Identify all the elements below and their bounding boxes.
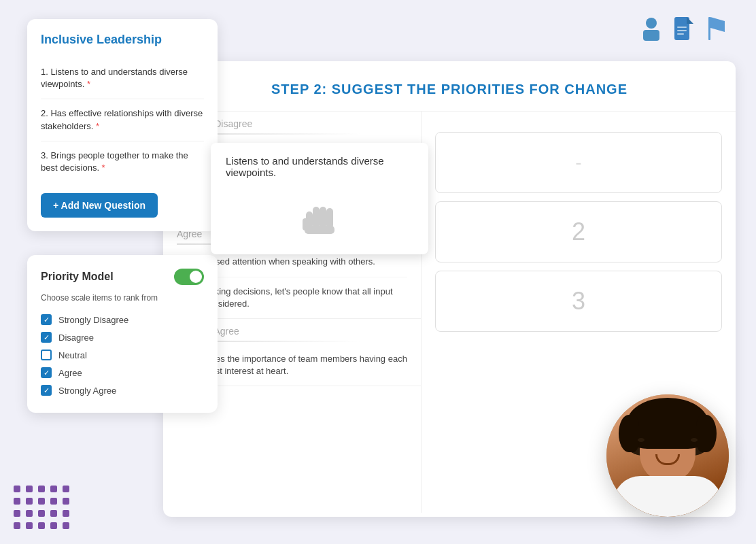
priority-model-toggle[interactable] xyxy=(174,269,204,285)
checkbox-label-neutral: Neutral xyxy=(58,350,87,360)
tooltip-text: Listens to and understands diverse viewp… xyxy=(226,155,413,178)
il-card: Inclusive Leadership 1. Listens to and u… xyxy=(27,19,218,231)
document-icon[interactable] xyxy=(672,15,696,42)
priority-box-3[interactable]: 3 xyxy=(435,271,722,332)
add-question-button[interactable]: + Add New Question xyxy=(41,193,158,218)
flag-icon[interactable] xyxy=(704,15,729,42)
pm-card: Priority Model Choose scale items to ran… xyxy=(27,255,218,413)
checkbox-icon-disagree xyxy=(41,332,52,343)
avatar-image xyxy=(606,394,729,517)
svg-point-0 xyxy=(646,18,657,29)
svg-rect-6 xyxy=(677,33,684,35)
checkbox-icon-agree xyxy=(41,367,52,378)
svg-marker-3 xyxy=(687,17,693,24)
checkbox-label-disagree: Disagree xyxy=(58,333,94,343)
checkbox-neutral[interactable]: Neutral xyxy=(41,346,204,364)
tooltip-icon-area xyxy=(226,188,413,242)
priority-number-3: 3 xyxy=(572,287,585,316)
checkbox-strongly-disagree[interactable]: Strongly Disagree xyxy=(41,311,204,328)
il-question-3: 3. Brings people together to make the be… xyxy=(41,141,204,182)
pm-title: Priority Model xyxy=(41,271,114,283)
checkbox-icon-strongly-disagree xyxy=(41,314,52,325)
priority-number-1: - xyxy=(575,152,581,173)
svg-rect-11 xyxy=(320,207,326,228)
checkbox-label-agree: Agree xyxy=(58,368,82,378)
svg-rect-12 xyxy=(326,208,333,228)
priority-box-1[interactable]: - xyxy=(435,132,722,193)
svg-rect-7 xyxy=(708,17,710,40)
dot-grid xyxy=(14,486,71,530)
checkbox-icon-strongly-agree xyxy=(41,385,52,396)
svg-marker-8 xyxy=(710,17,725,32)
il-question-2: 2. Has effective relationships with dive… xyxy=(41,99,204,141)
svg-rect-5 xyxy=(677,30,687,31)
checkbox-label-strongly-agree: Strongly Agree xyxy=(58,386,116,396)
avatar xyxy=(606,394,729,517)
svg-rect-4 xyxy=(677,27,687,28)
required-marker: * xyxy=(96,121,99,131)
checkbox-strongly-agree[interactable]: Strongly Agree xyxy=(41,381,204,399)
svg-rect-10 xyxy=(313,207,320,228)
required-marker: * xyxy=(102,163,105,173)
main-title: STEP 2: SUGGEST THE PRIORITIES FOR CHANG… xyxy=(177,82,722,97)
tooltip: Listens to and understands diverse viewp… xyxy=(211,143,428,254)
svg-rect-14 xyxy=(305,226,334,234)
pm-subtitle: Choose scale items to rank from xyxy=(41,293,204,303)
glove-icon xyxy=(292,188,347,242)
main-header: STEP 2: SUGGEST THE PRIORITIES FOR CHANG… xyxy=(163,61,736,112)
priority-box-2[interactable]: 2 xyxy=(435,201,722,262)
il-card-title: Inclusive Leadership xyxy=(41,33,204,47)
required-marker: * xyxy=(87,79,90,89)
il-question-1: 1. Listens to and understands diverse vi… xyxy=(41,58,204,99)
checkbox-disagree[interactable]: Disagree xyxy=(41,328,204,346)
svg-rect-1 xyxy=(643,30,659,41)
pm-header: Priority Model xyxy=(41,269,204,285)
checkbox-agree[interactable]: Agree xyxy=(41,364,204,381)
checkbox-label-strongly-disagree: Strongly Disagree xyxy=(58,315,128,325)
priority-number-2: 2 xyxy=(572,218,585,246)
person-icon[interactable] xyxy=(639,15,664,42)
top-icons xyxy=(639,15,729,42)
checkbox-icon-neutral xyxy=(41,350,52,360)
